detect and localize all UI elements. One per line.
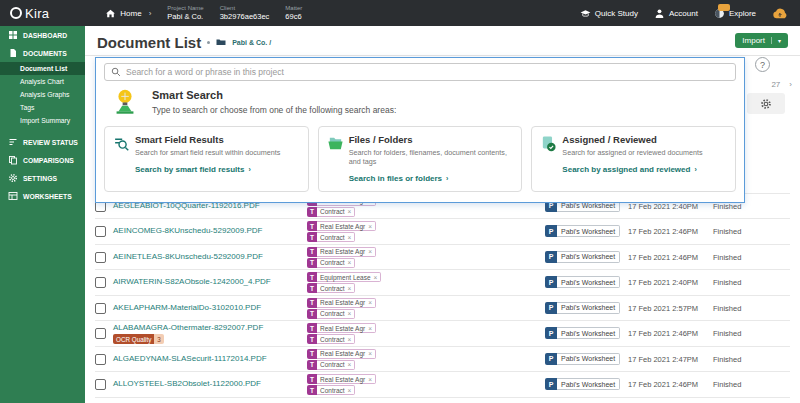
cloud-upload-icon[interactable] <box>772 8 788 19</box>
tag-chip[interactable]: TContract× <box>307 283 381 293</box>
tag-chip[interactable]: TReal Estate Agr× <box>307 247 376 257</box>
tag-remove-icon[interactable]: × <box>368 325 372 332</box>
tag-type-icon: T <box>307 385 317 395</box>
sidebar-item-documents[interactable]: DOCUMENTS <box>0 44 85 62</box>
account-button[interactable]: Account <box>654 8 698 19</box>
sidebar-item-comparisons[interactable]: COMPARISONS <box>0 151 85 169</box>
row-checkbox[interactable] <box>95 252 106 263</box>
row-checkbox[interactable] <box>95 226 106 237</box>
import-button[interactable]: Import ▾ <box>735 33 788 48</box>
search-in-files-link[interactable]: Search in files or folders› <box>349 174 513 183</box>
sidebar-item-analysis-graphs[interactable]: Analysis Graphs <box>0 88 85 101</box>
table-row[interactable]: ALGAEDYNAM-SLASecurit-11172014.PDF TReal… <box>95 347 790 373</box>
tag-chip[interactable]: TReal Estate Agr× <box>307 298 376 308</box>
sidebar-item-worksheets[interactable]: WORKSHEETS <box>0 187 85 205</box>
document-name-link[interactable]: AEINETLEAS-8KUnschedu-5292009.PDF <box>113 252 263 261</box>
tag-remove-icon[interactable]: × <box>368 248 372 255</box>
sidebar-item-import-summary[interactable]: Import Summary <box>0 114 85 127</box>
tag-chip[interactable]: TReal Estate Agr× <box>307 349 376 359</box>
tag-chip[interactable]: TContract× <box>307 258 376 268</box>
client-meta: Client 3b2976ae63ec <box>220 5 270 22</box>
row-checkbox[interactable] <box>95 303 106 314</box>
assigned-reviewed-card[interactable]: Assigned / Reviewed Search for assigned … <box>531 126 736 192</box>
tag-remove-icon[interactable]: × <box>348 361 352 368</box>
project-search-box[interactable] <box>104 63 736 81</box>
document-name-link[interactable]: ALGAEDYNAM-SLASecurit-11172014.PDF <box>113 354 267 363</box>
home-link[interactable]: Home › <box>105 8 151 19</box>
breadcrumb-project-link[interactable]: Pabi & Co. / <box>232 39 271 46</box>
search-input[interactable] <box>126 67 729 77</box>
tag-chip[interactable]: TReal Estate Agr× <box>307 221 376 231</box>
tag-label: Contract <box>320 361 345 368</box>
document-name-link[interactable]: AIRWATERIN-S82AObsole-1242000_4.PDF <box>113 277 271 286</box>
tag-chip[interactable]: TContract× <box>307 309 376 319</box>
row-checkbox[interactable] <box>95 354 106 365</box>
tag-remove-icon[interactable]: × <box>368 299 372 306</box>
smart-field-results-card[interactable]: Smart Field Results Search for smart fie… <box>104 126 309 192</box>
doc-date: 17 Feb 2021 2:47PM <box>628 355 698 364</box>
tag-remove-icon[interactable]: × <box>374 274 378 281</box>
document-name-link[interactable]: AKELAPHARM-MaterialDo-3102010.PDF <box>113 303 261 312</box>
table-row[interactable]: AIRWATERIN-S82AObsole-1242000_4.PDF TEqu… <box>95 270 790 296</box>
table-row[interactable]: AKELAPHARM-MaterialDo-3102010.PDF TReal … <box>95 296 790 322</box>
document-name-link[interactable]: ALLOYSTEEL-SB2Obsolet-1122000.PDF <box>113 379 261 388</box>
sidebar-item-dashboard[interactable]: DASHBOARD <box>0 26 85 44</box>
tag-remove-icon[interactable]: × <box>368 376 372 383</box>
sidebar-item-settings[interactable]: SETTINGS <box>0 169 85 187</box>
tag-chip[interactable]: TContract× <box>307 360 376 370</box>
tag-remove-icon[interactable]: × <box>348 208 352 215</box>
kira-logo[interactable]: Kira <box>10 6 49 21</box>
worksheet-chip[interactable]: P Pabi's Worksheet <box>545 251 620 263</box>
quick-study-button[interactable]: Quick Study <box>580 8 638 19</box>
tag-chip[interactable]: TContract× <box>307 334 376 344</box>
table-row[interactable]: AEINCOMEG-8KUnschedu-5292009.PDF TReal E… <box>95 219 790 245</box>
document-name-link[interactable]: ALABAMAGRA-Othermater-8292007.PDF <box>113 323 263 332</box>
tag-remove-icon[interactable]: × <box>348 285 352 292</box>
sidebar-item-analysis-chart[interactable]: Analysis Chart <box>0 75 85 88</box>
explore-button[interactable]: Explore <box>714 8 756 19</box>
tag-remove-icon[interactable]: × <box>368 350 372 357</box>
tag-remove-icon[interactable]: × <box>348 387 352 394</box>
tag-remove-icon[interactable]: × <box>368 223 372 230</box>
worksheet-chip[interactable]: P Pabi's Worksheet <box>545 353 620 365</box>
table-row[interactable]: ALABAMAGRA-Othermater-8292007.PDF OCR Qu… <box>95 321 790 347</box>
tag-remove-icon[interactable]: × <box>348 259 352 266</box>
document-name-link[interactable]: AEINCOMEG-8KUnschedu-5292009.PDF <box>113 226 262 235</box>
tag-chip[interactable]: TContract× <box>307 385 376 395</box>
next-page-chevron-icon[interactable]: › <box>789 80 792 89</box>
search-by-assigned-link[interactable]: Search by assigned and reviewed› <box>562 165 726 174</box>
sidebar-item-label: SETTINGS <box>23 175 57 182</box>
table-row[interactable]: AEINETLEAS-8KUnschedu-5292009.PDF TReal … <box>95 245 790 271</box>
tag-chip[interactable]: TReal Estate Agr× <box>307 323 376 333</box>
tag-type-icon: T <box>307 258 317 268</box>
table-row[interactable]: ALLOYSTEEL-SB2Obsolet-1122000.PDF TReal … <box>95 372 790 398</box>
sidebar-item-tags[interactable]: Tags <box>0 101 85 114</box>
graduation-cap-icon <box>580 8 591 19</box>
tag-chip[interactable]: TContract× <box>307 232 376 242</box>
tag-remove-icon[interactable]: × <box>348 336 352 343</box>
worksheet-chip[interactable]: P Pabi's Worksheet <box>545 276 620 288</box>
tag-remove-icon[interactable]: × <box>348 310 352 317</box>
tag-chip[interactable]: TContract× <box>307 207 376 217</box>
row-checkbox[interactable] <box>95 379 106 390</box>
tag-chip[interactable]: TReal Estate Agr× <box>307 374 376 384</box>
worksheet-chip[interactable]: P Pabi's Worksheet <box>545 378 620 390</box>
tag-type-icon: T <box>307 374 317 384</box>
files-folders-card[interactable]: Files / Folders Search for folders, file… <box>318 126 523 192</box>
table-settings-button[interactable] <box>747 93 785 114</box>
search-by-smart-field-link[interactable]: Search by smart field results› <box>135 165 299 174</box>
sidebar-item-review-status[interactable]: REVIEW STATUS <box>0 133 85 151</box>
tag-list: TReal Estate Agr×TContract× <box>307 298 376 319</box>
tag-type-icon: T <box>307 349 317 359</box>
help-label: ? <box>760 60 765 70</box>
doc-status: Finished <box>713 304 741 313</box>
worksheet-chip[interactable]: P Pabi's Worksheet <box>545 327 620 339</box>
help-button[interactable]: ? <box>755 57 770 72</box>
worksheet-chip[interactable]: P Pabi's Worksheet <box>545 302 620 314</box>
tag-remove-icon[interactable]: × <box>348 234 352 241</box>
row-checkbox[interactable] <box>95 277 106 288</box>
row-checkbox[interactable] <box>95 328 106 339</box>
worksheet-chip[interactable]: P Pabi's Worksheet <box>545 225 620 237</box>
tag-chip[interactable]: TEquipment Lease× <box>307 272 381 282</box>
sidebar-item-document-list[interactable]: Document List <box>0 62 85 75</box>
